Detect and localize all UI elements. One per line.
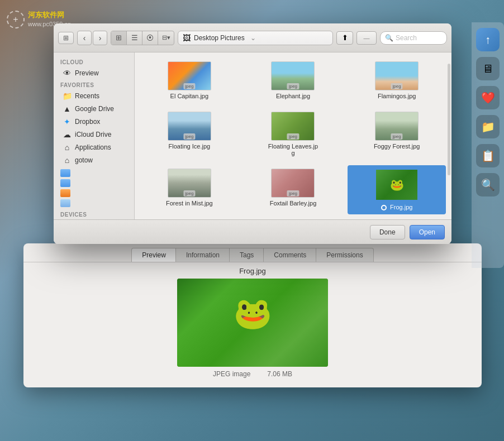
thumb-wrapper: jpeg <box>168 112 211 141</box>
done-button[interactable]: Done <box>370 225 405 239</box>
dock-monitor-icon[interactable]: 🖥 <box>476 57 500 80</box>
tab-information[interactable]: Information <box>175 248 230 262</box>
tab-preview[interactable]: Preview <box>131 248 177 262</box>
lightblue-folder-indicator[interactable] <box>60 199 70 207</box>
jpeg-label: jpeg <box>183 133 195 140</box>
sidebar-item-gdrive-label: Google Drive <box>75 105 114 113</box>
list-item[interactable]: jpeg Forest in Mist.jpg <box>140 165 239 214</box>
sidebar-item-icloud-drive-label: iCloud Drive <box>75 131 111 138</box>
sidebar-item-applications-label: Applications <box>75 143 111 151</box>
thumb-wrapper: jpeg <box>168 169 211 198</box>
sidebar-item-dropbox[interactable]: ✦ Dropbox <box>56 116 132 128</box>
file-grid: jpeg El Capitan.jpg jpeg Elephant.jpg <box>135 52 451 219</box>
applications-icon: ⌂ <box>63 143 72 152</box>
thumbnail: jpeg <box>375 112 419 141</box>
location-text: Desktop Pictures <box>194 34 245 42</box>
finder-bottom-bar: Done Open <box>54 219 451 244</box>
file-name: Floating Ice.jpg <box>169 143 211 150</box>
thumbnail: jpeg <box>271 112 315 141</box>
view-list-button[interactable]: ☰ <box>127 31 142 45</box>
open-button[interactable]: Open <box>410 225 445 239</box>
view-column-button[interactable]: ⦿ <box>142 31 158 45</box>
sidebar-section-icloud: iCloud <box>54 57 134 66</box>
jpeg-label: jpeg <box>287 133 299 140</box>
list-item[interactable]: jpeg Flamingos.jpg <box>348 58 446 103</box>
sidebar-item-preview[interactable]: 👁 Preview <box>56 67 132 79</box>
tag-button[interactable]: — <box>356 31 377 45</box>
dock-folder-icon[interactable]: 📁 <box>476 115 500 138</box>
finder-body: iCloud 👁 Preview Favorites 📁 Recents ▲ G… <box>54 52 451 219</box>
file-type-label: JPEG image <box>213 370 250 378</box>
tab-tags[interactable]: Tags <box>229 248 264 262</box>
list-item[interactable]: jpeg El Capitan.jpg <box>140 58 239 103</box>
search-bar[interactable]: 🔍 Search <box>380 31 447 45</box>
location-folder-icon: 🖼 <box>183 33 191 42</box>
sidebar-item-applications[interactable]: ⌂ Applications <box>56 141 132 154</box>
finder-window: ⊞ ‹ › ⊞ ☰ ⦿ ⊟▾ 🖼 Desktop Pictures ⌄ ⬆ — … <box>54 23 451 244</box>
sidebar-section-devices: Devices <box>54 209 134 219</box>
sidebar-section-favorites: Favorites <box>54 80 134 89</box>
scrollbar[interactable] <box>448 64 450 175</box>
sidebar-item-gotow[interactable]: ⌂ gotow <box>56 154 132 166</box>
dock-heart-icon[interactable]: ❤️ <box>476 86 500 109</box>
thumbnail: jpeg <box>168 61 211 90</box>
back-button[interactable]: ‹ <box>77 31 92 45</box>
dock-document-icon[interactable]: 📋 <box>476 144 500 167</box>
dock-share-icon[interactable]: ↑ <box>476 28 500 51</box>
search-icon: 🔍 <box>385 34 393 42</box>
preview-content: Frog.jpg 🐸 JPEG image 7.06 MB <box>23 262 482 387</box>
list-item[interactable]: Frog.jpg <box>348 165 446 214</box>
thumb-wrapper <box>375 169 419 201</box>
file-name: Forest in Mist.jpg <box>166 200 213 207</box>
dock-finder-face-icon[interactable]: 🔍 <box>476 173 500 196</box>
sidebar-item-recents-label: Recents <box>75 92 99 100</box>
recents-icon: 📁 <box>63 92 72 100</box>
right-dock: ↑ 🖥 ❤️ 📁 📋 🔍 <box>472 22 504 268</box>
frog-image: 🐸 <box>177 279 328 367</box>
preview-tabs: Preview Information Tags Comments Permis… <box>23 243 482 262</box>
forward-button[interactable]: › <box>93 31 107 45</box>
tab-permissions[interactable]: Permissions <box>316 248 373 262</box>
list-item[interactable]: jpeg Elephant.jpg <box>244 58 343 103</box>
sidebar: iCloud 👁 Preview Favorites 📁 Recents ▲ G… <box>54 52 135 219</box>
file-name: Flamingos.jpg <box>378 93 416 99</box>
thumb-wrapper: jpeg <box>271 169 315 198</box>
blue-folder-indicator[interactable] <box>60 169 70 177</box>
jpeg-label: jpeg <box>391 83 403 89</box>
orange-folder-indicator[interactable] <box>60 189 70 197</box>
tab-comments[interactable]: Comments <box>263 248 317 262</box>
thumb-wrapper: jpeg <box>168 61 211 90</box>
preview-image: 🐸 <box>177 279 328 367</box>
jpeg-label: jpeg <box>287 83 299 89</box>
list-item[interactable]: jpeg Floating Leaves.jpg <box>244 108 343 160</box>
location-bar: 🖼 Desktop Pictures ⌄ <box>178 31 333 45</box>
file-name: Foxtail Barley.jpg <box>270 200 317 207</box>
file-name: El Capitan.jpg <box>170 93 209 99</box>
sidebar-item-recents[interactable]: 📁 Recents <box>56 90 132 102</box>
blue-folder-indicator-2[interactable] <box>60 179 70 187</box>
jpeg-label: jpeg <box>287 190 299 196</box>
list-item[interactable]: jpeg Foggy Forest.jpg <box>348 108 446 160</box>
selection-dot <box>381 205 387 210</box>
icloud-drive-icon: ☁ <box>63 130 72 139</box>
sidebar-toggle-button[interactable]: ⊞ <box>58 32 74 44</box>
nav-buttons: ‹ › <box>77 31 107 45</box>
list-item[interactable]: jpeg Foxtail Barley.jpg <box>244 165 343 214</box>
view-gallery-button[interactable]: ⊟▾ <box>158 31 174 45</box>
share-button[interactable]: ⬆ <box>336 31 353 45</box>
preview-filename: Frog.jpg <box>239 267 266 275</box>
sidebar-item-google-drive[interactable]: ▲ Google Drive <box>56 103 132 115</box>
list-item[interactable]: jpeg Floating Ice.jpg <box>140 108 239 160</box>
preview-icon: 👁 <box>63 69 72 78</box>
thumb-wrapper: jpeg <box>375 112 419 141</box>
jpeg-label: jpeg <box>183 83 195 89</box>
file-name: Floating Leaves.jpg <box>268 143 318 156</box>
dropbox-icon: ✦ <box>63 117 72 126</box>
file-name: Frog.jpg <box>378 203 415 211</box>
sidebar-item-icloud-drive[interactable]: ☁ iCloud Drive <box>56 128 132 141</box>
grid-container: jpeg El Capitan.jpg jpeg Elephant.jpg <box>140 58 446 214</box>
watermark-logo-circle: + <box>7 11 25 28</box>
search-placeholder: Search <box>396 34 417 42</box>
preview-metadata: JPEG image 7.06 MB <box>213 370 292 378</box>
view-icon-button[interactable]: ⊞ <box>111 31 127 45</box>
